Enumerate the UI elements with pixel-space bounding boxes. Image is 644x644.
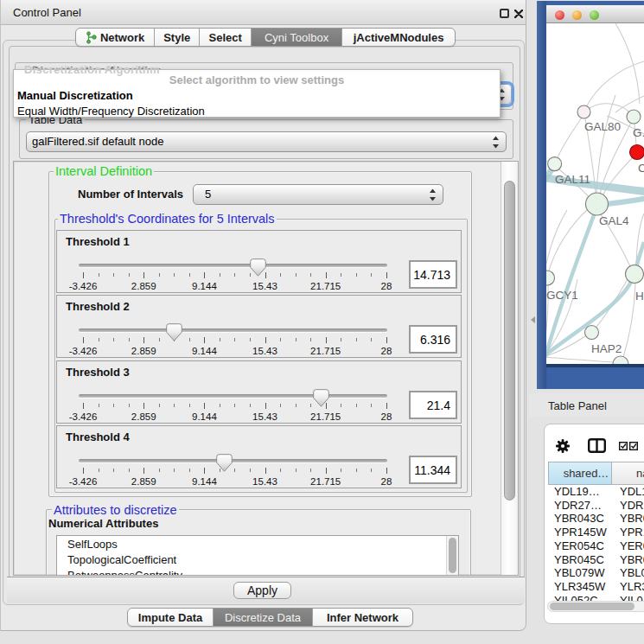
- svg-text:H: H: [635, 290, 644, 303]
- svg-text:C: C: [638, 162, 644, 175]
- svg-text:HAP2: HAP2: [591, 342, 622, 355]
- svg-text:G.: G.: [633, 126, 644, 139]
- svg-text:GCY1: GCY1: [546, 289, 578, 302]
- svg-text:GAL80: GAL80: [584, 120, 621, 133]
- svg-text:GAL11: GAL11: [555, 173, 590, 186]
- svg-text:GAL4: GAL4: [599, 214, 629, 227]
